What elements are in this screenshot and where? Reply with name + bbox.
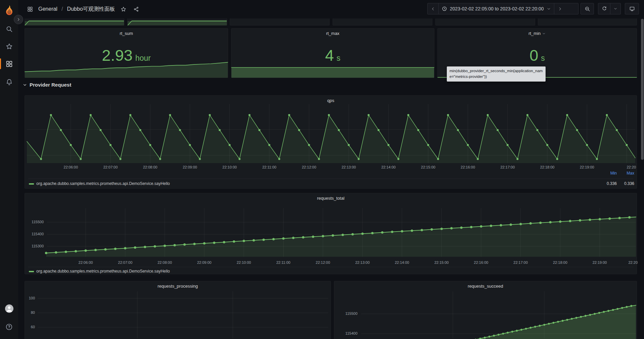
breadcrumb-section[interactable]: General: [38, 6, 57, 12]
search-icon[interactable]: [0, 21, 18, 36]
legend-max-header[interactable]: Max: [617, 171, 634, 176]
legend-max-value: 0.336: [617, 181, 634, 186]
chevron-down-icon: [547, 7, 551, 11]
cutoff-panel[interactable]: [230, 18, 330, 26]
cutoff-panel[interactable]: [538, 18, 637, 26]
person-icon: [5, 304, 13, 313]
help-icon[interactable]: [0, 320, 18, 334]
nav-bar: General / Dubbo可观测性面板 2023-02-02 22:05:0…: [18, 0, 644, 18]
cycle-view-button[interactable]: [625, 3, 639, 14]
star-dashboard-icon[interactable]: [119, 5, 128, 13]
legend-series-label[interactable]: org.apache.dubbo.samples.metrics.prometh…: [36, 181, 170, 186]
breadcrumb: General / Dubbo可观测性面板: [26, 5, 141, 13]
refresh-button[interactable]: [598, 3, 610, 14]
stat-number: 0: [529, 47, 538, 63]
refresh-group: [598, 3, 621, 14]
panel-title[interactable]: rt_min: [438, 31, 637, 36]
legend-min-value: 0.336: [600, 181, 617, 186]
grafana-flame-icon: [4, 5, 15, 16]
starred-dashboards-icon[interactable]: [0, 39, 18, 54]
panel-title[interactable]: requests_processing: [25, 284, 331, 289]
stat-value: 4 s: [231, 47, 434, 63]
legend-min-header[interactable]: Min: [600, 171, 617, 176]
panel-title-text: rt_min: [528, 31, 541, 36]
open-menu-button[interactable]: [14, 15, 23, 24]
time-shift-forward-button[interactable]: [554, 3, 565, 14]
chevron-right-icon: [16, 17, 20, 21]
chart-panel-requests-succeed: requests_succeed: [334, 281, 637, 339]
cycle-view-group: [625, 3, 639, 14]
grafana-dashboard: rt_sum 2.93 hour rt_max 4 s rt_min 0 s P…: [0, 0, 644, 339]
apps-grid-icon: [26, 5, 34, 13]
cutoff-panel[interactable]: [127, 18, 227, 26]
breadcrumb-dashboard-title[interactable]: Dubbo可观测性面板: [67, 6, 115, 13]
series-color-swatch: [29, 271, 34, 272]
refresh-interval-dropdown[interactable]: [610, 3, 620, 14]
legend-series-label[interactable]: org.apache.dubbo.samples.metrics.prometh…: [36, 269, 170, 274]
user-avatar[interactable]: [5, 304, 13, 313]
chart-panel-requests-total: requests_total org.apache.dubbo.samples.…: [25, 193, 637, 274]
stat-panel-rt-max: rt_max 4 s: [231, 28, 434, 78]
scrollbar-thumb[interactable]: [641, 19, 644, 160]
legend-divider: [28, 267, 633, 267]
panel-title[interactable]: rt_sum: [25, 31, 228, 36]
dashboards-icon[interactable]: [0, 56, 18, 71]
time-range-picker[interactable]: 2023-02-02 22:05:00 to 2023-02-02 22:20:…: [438, 3, 554, 14]
series-color-swatch: [29, 183, 34, 185]
alerting-bell-icon[interactable]: [0, 75, 18, 89]
cutoff-panel[interactable]: [333, 18, 432, 26]
panel-title[interactable]: requests_succeed: [334, 284, 637, 289]
refresh-icon: [602, 6, 607, 11]
chevron-down-icon: [542, 32, 546, 36]
stat-number: 2.93: [102, 47, 132, 63]
chart-panel-requests-processing: requests_processing: [25, 281, 331, 339]
stat-value: 0 s: [438, 47, 637, 63]
cutoff-panel[interactable]: [435, 18, 535, 26]
share-icon[interactable]: [132, 5, 141, 13]
grafana-logo[interactable]: [0, 3, 18, 17]
chevron-down-icon: [613, 7, 617, 11]
time-range-text: 2023-02-02 22:05:00 to 2023-02-02 22:20:…: [450, 6, 544, 11]
legend-divider: [28, 179, 633, 179]
zoom-out-button[interactable]: [581, 3, 594, 14]
active-nav-indicator: [0, 58, 1, 69]
query-tooltip: min(dubbo_provider_rt_seconds_min{applic…: [447, 66, 546, 82]
stat-value: 2.93 hour: [25, 47, 228, 63]
zoom-out-group: [581, 3, 594, 14]
stat-panel-rt-sum: rt_sum 2.93 hour: [25, 28, 228, 78]
breadcrumb-separator: /: [61, 6, 63, 12]
section-label: Provider Request: [30, 82, 71, 88]
sidebar: [0, 0, 18, 339]
section-header-provider-request[interactable]: Provider Request: [23, 82, 71, 88]
cutoff-panel[interactable]: [25, 18, 124, 26]
panel-title[interactable]: requests_total: [25, 196, 637, 201]
chevron-right-icon: [558, 7, 562, 11]
time-picker-group: 2023-02-02 22:05:00 to 2023-02-02 22:20:…: [427, 3, 578, 14]
stat-unit: s: [337, 54, 341, 63]
chart-panel-qps: qps Min Max org.apache.dubbo.samples.met…: [25, 95, 637, 189]
panel-title[interactable]: rt_max: [231, 31, 434, 36]
monitor-icon: [629, 6, 635, 12]
clock-icon: [442, 6, 447, 11]
stat-unit: s: [541, 54, 545, 63]
time-shift-back-button[interactable]: [428, 3, 438, 14]
stat-number: 4: [325, 47, 334, 63]
zoom-out-icon: [585, 6, 590, 12]
panel-title[interactable]: qps: [25, 98, 637, 103]
stat-unit: hour: [135, 54, 151, 63]
chevron-down-icon: [23, 83, 27, 87]
chevron-left-icon: [431, 7, 435, 11]
